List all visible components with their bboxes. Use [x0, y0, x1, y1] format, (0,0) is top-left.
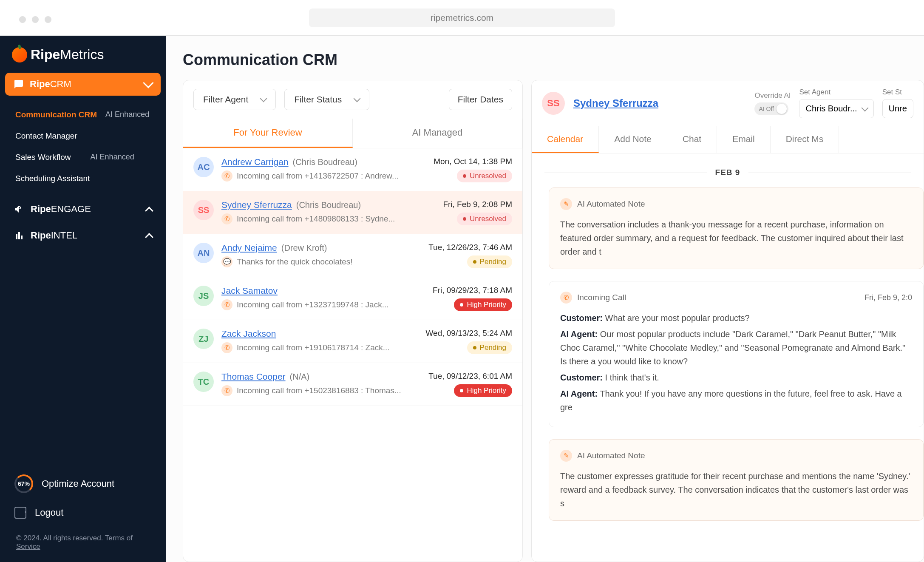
bar-chart-icon: [14, 230, 24, 241]
contact-name[interactable]: Andy Nejaime: [221, 243, 277, 253]
sidebar-item-contact-manager[interactable]: Contact Manager: [15, 131, 77, 141]
tab-email[interactable]: Email: [717, 126, 771, 153]
agent-name: (Chris Boudreau): [296, 200, 361, 210]
progress-ring: 67%: [14, 474, 33, 493]
logo: RipeMetrics: [5, 43, 161, 73]
sidebar-item-ai-enhanced-1[interactable]: AI Enhanced: [105, 110, 149, 119]
avatar: SS: [193, 200, 214, 220]
filter-status[interactable]: Filter Status: [284, 89, 369, 110]
list-item[interactable]: ZJ Zack Jackson ✆Incoming call from +191…: [183, 320, 522, 363]
agent-name: (N/A): [290, 372, 310, 382]
list-tabs: For Your Review AI Managed: [183, 119, 522, 148]
preview-text: Thanks for the quick chocolates!: [237, 257, 352, 267]
contact-name[interactable]: Andrew Carrigan: [221, 157, 289, 167]
set-status-select[interactable]: Unre: [882, 99, 913, 118]
timestamp: Tue, 12/26/23, 7:46 AM: [428, 243, 512, 252]
status-badge: Pending: [467, 341, 512, 354]
preview-text: Incoming call from +15023816883 : Thomas…: [237, 386, 401, 395]
logout-button[interactable]: Logout: [10, 500, 156, 525]
sidebar-item-ai-enhanced-2[interactable]: AI Enhanced: [91, 153, 134, 162]
avatar: TC: [193, 372, 214, 392]
logout-icon: [14, 507, 26, 519]
logo-icon: [12, 47, 27, 62]
contact-name[interactable]: Sydney Sferruzza: [221, 200, 292, 210]
avatar: AC: [193, 157, 214, 177]
url-bar[interactable]: ripemetrics.com: [309, 9, 615, 27]
page-title: Communication CRM: [183, 51, 924, 69]
sidebar-item-communication-crm[interactable]: Communication CRM: [15, 110, 97, 119]
list-item[interactable]: SS Sydney Sferruzza (Chris Boudreau) ✆In…: [183, 191, 522, 234]
phone-icon: ✆: [221, 342, 232, 353]
contact-name[interactable]: Zack Jackson: [221, 329, 276, 339]
timestamp: Fri, 09/29/23, 7:18 AM: [433, 286, 512, 295]
detail-avatar: SS: [542, 92, 565, 115]
caret-down-icon: [861, 104, 868, 111]
preview-text: Incoming call from +19106178714 : Zack..…: [237, 343, 390, 352]
tab-calendar[interactable]: Calendar: [532, 126, 599, 153]
timestamp: Fri, Feb 9, 2:08 PM: [443, 200, 512, 209]
browser-chrome: ripemetrics.com: [0, 0, 924, 36]
ai-toggle[interactable]: AI Off: [754, 102, 788, 115]
sidebar-item-scheduling-assistant[interactable]: Scheduling Assistant: [15, 174, 90, 183]
optimize-account[interactable]: 67% Optimize Account: [10, 468, 156, 500]
avatar: AN: [193, 243, 214, 263]
tab-ai-managed[interactable]: AI Managed: [353, 119, 522, 148]
nav-ripeintel[interactable]: RipeINTEL: [5, 222, 161, 249]
avatar: ZJ: [193, 329, 214, 349]
contact-name[interactable]: Thomas Cooper: [221, 372, 286, 382]
tab-for-your-review[interactable]: For Your Review: [183, 119, 353, 148]
detail-contact-name[interactable]: Sydney Sferruzza: [573, 97, 658, 109]
ai-note-card: ✎ AI Automated Note The conversation inc…: [549, 187, 924, 269]
status-badge: Pending: [467, 255, 512, 268]
status-badge: Unresolved: [457, 213, 512, 225]
tab-add-note[interactable]: Add Note: [599, 126, 667, 153]
contact-name[interactable]: Jack Samatov: [221, 286, 278, 296]
pencil-icon: ✎: [560, 450, 572, 462]
ai-note-card-2: ✎ AI Automated Note The customer express…: [549, 439, 924, 521]
status-badge: Unresolved: [457, 170, 512, 182]
preview-text: Incoming call from +13237199748 : Jack..…: [237, 300, 389, 309]
agent-name: (Chris Boudreau): [293, 157, 357, 167]
timestamp: Tue, 09/12/23, 6:01 AM: [428, 372, 512, 381]
list-item[interactable]: JS Jack Samatov ✆Incoming call from +132…: [183, 277, 522, 320]
phone-icon: ✆: [221, 385, 232, 396]
message-icon: 💬: [221, 256, 232, 267]
filter-agent[interactable]: Filter Agent: [193, 89, 276, 110]
caret-down-icon: [354, 95, 361, 102]
timestamp: Mon, Oct 14, 1:38 PM: [434, 157, 512, 166]
set-agent-select[interactable]: Chris Boudr...: [799, 99, 873, 118]
preview-text: Incoming call from +14136722507 : Andrew…: [237, 171, 399, 181]
minimize-dot[interactable]: [32, 16, 39, 23]
list-item[interactable]: AC Andrew Carrigan (Chris Boudreau) ✆Inc…: [183, 148, 522, 191]
logo-text: RipeMetrics: [31, 47, 104, 62]
filter-dates[interactable]: Filter Dates: [449, 89, 512, 110]
chat-bubble-icon: [14, 79, 24, 89]
chevron-up-icon: [145, 207, 153, 215]
preview-text: Incoming call from +14809808133 : Sydne.…: [237, 214, 395, 224]
pencil-icon: ✎: [560, 198, 572, 210]
agent-name: (Drew Kroft): [281, 243, 327, 253]
megaphone-icon: [14, 204, 24, 214]
detail-tabs: Calendar Add Note Chat Email Direct Ms: [532, 126, 924, 153]
avatar: JS: [193, 286, 214, 306]
timeline: FEB 9 ✎ AI Automated Note The conversati…: [532, 153, 924, 541]
chevron-up-icon: [145, 233, 153, 241]
nav-ripecrm[interactable]: RipeCRM: [5, 73, 161, 96]
list-item[interactable]: TC Thomas Cooper (N/A) ✆Incoming call fr…: [183, 363, 522, 406]
override-ai: Override AI AI Off: [754, 91, 791, 115]
list-item[interactable]: AN Andy Nejaime (Drew Kroft) 💬Thanks for…: [183, 234, 522, 277]
maximize-dot[interactable]: [45, 16, 51, 23]
footer: © 2024. All rights reserved. Terms of Se…: [10, 525, 156, 554]
tab-chat[interactable]: Chat: [667, 126, 717, 153]
close-dot[interactable]: [19, 16, 26, 23]
phone-icon: ✆: [221, 170, 232, 182]
call-timestamp: Fri, Feb 9, 2:0: [864, 293, 912, 302]
nav-ripeengage[interactable]: RipeENGAGE: [5, 196, 161, 222]
date-divider: FEB 9: [532, 162, 924, 187]
window-controls: [19, 16, 51, 23]
set-status-field: Set St Unre: [882, 88, 913, 118]
incoming-call-card: ✆ Incoming Call Fri, Feb 9, 2:0 Customer…: [549, 281, 924, 427]
detail-panel: SS Sydney Sferruzza Override AI AI Off S…: [531, 80, 924, 562]
tab-direct-msg[interactable]: Direct Ms: [771, 126, 839, 153]
sidebar-item-sales-workflow[interactable]: Sales Workflow: [15, 153, 71, 162]
